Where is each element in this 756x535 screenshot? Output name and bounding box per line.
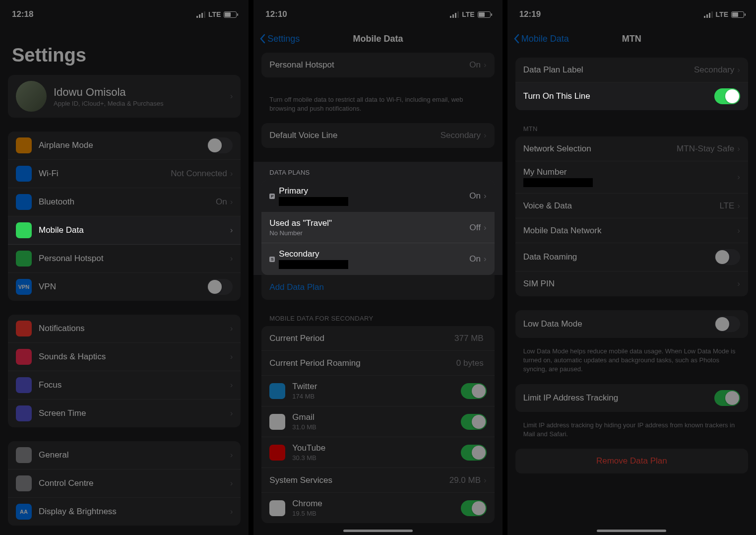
- back-button[interactable]: Mobile Data: [513, 34, 569, 44]
- home-indicator[interactable]: [343, 530, 413, 532]
- row-value: Secondary: [441, 131, 481, 140]
- control-centre-row[interactable]: Control Centre›: [8, 469, 241, 498]
- bluetooth-row[interactable]: BluetoothOn›: [8, 188, 241, 216]
- row-label: Personal Hotspot: [39, 254, 103, 263]
- data-plan-label-row[interactable]: Data Plan LabelSecondary›: [515, 58, 748, 82]
- chevron-right-icon: ›: [737, 144, 740, 154]
- status-bar: 12:10 LTE: [253, 0, 502, 25]
- network-selection-row[interactable]: Network SelectionMTN-Stay Safe›: [515, 136, 748, 161]
- airplane-mode-row[interactable]: Airplane Mode: [8, 132, 241, 160]
- limit-ip-address-tracking-row[interactable]: Limit IP Address Tracking: [515, 384, 748, 412]
- sounds-haptics-row[interactable]: Sounds & Haptics›: [8, 343, 241, 371]
- row-label: Voice & Data: [523, 201, 572, 210]
- profile-name: Idowu Omisola: [54, 86, 230, 99]
- carrier-label: LTE: [462, 10, 474, 18]
- low-data-mode-row[interactable]: Low Data Mode: [515, 310, 748, 338]
- toggle-switch[interactable]: [461, 500, 487, 516]
- primary-row[interactable]: PPrimaryOn›: [261, 180, 494, 212]
- app-label: Twitter: [292, 382, 317, 391]
- wi-fi-row[interactable]: Wi-FiNot Connected›: [8, 160, 241, 188]
- row-label: Control Centre: [39, 478, 94, 488]
- row-value: Not Connected: [171, 169, 227, 179]
- chrome-row[interactable]: Chrome19.5 MB: [261, 493, 494, 523]
- apple-id-row[interactable]: Idowu Omisola Apple ID, iCloud+, Media &…: [8, 75, 241, 118]
- chevron-right-icon: ›: [230, 324, 233, 334]
- display-icon: AA: [16, 504, 32, 520]
- row-label: Turn On This Line: [523, 91, 590, 101]
- remove-data-plan-button[interactable]: Remove Data Plan: [515, 449, 748, 473]
- screen-time-row[interactable]: Screen Time›: [8, 400, 241, 427]
- display-brightness-row[interactable]: AADisplay & Brightness›: [8, 498, 241, 526]
- app-usage: 31.0 MB: [292, 423, 460, 431]
- system-services-row[interactable]: System Services29.0 MB›: [261, 468, 494, 493]
- app-usage: 174 MB: [292, 393, 460, 400]
- current-period-row[interactable]: Current Period377 MB: [261, 326, 494, 351]
- toggle-switch[interactable]: [207, 279, 233, 295]
- status-time: 12:18: [12, 9, 33, 19]
- row-value: Off: [470, 223, 481, 233]
- toggle-switch[interactable]: [207, 137, 233, 153]
- back-button[interactable]: Settings: [259, 34, 300, 44]
- sim-pin-row[interactable]: SIM PIN›: [515, 271, 748, 296]
- row-label: Bluetooth: [39, 197, 74, 206]
- row-label: General: [39, 450, 68, 460]
- secondary-row[interactable]: SSecondaryOn›: [261, 243, 494, 275]
- twitter-icon: [269, 383, 285, 399]
- profile-sub: Apple ID, iCloud+, Media & Purchases: [54, 100, 230, 107]
- youtube-icon: [269, 445, 285, 461]
- battery-icon: [731, 11, 744, 18]
- toggle-switch[interactable]: [714, 316, 740, 332]
- row-label: Data Plan Label: [523, 65, 583, 74]
- toggle-switch[interactable]: [714, 88, 740, 104]
- voice-data-row[interactable]: Voice & DataLTE›: [515, 194, 748, 218]
- data-roaming-row[interactable]: Data Roaming: [515, 243, 748, 271]
- row-label: Screen Time: [39, 408, 86, 418]
- row-label: Used as "Travel": [269, 218, 332, 228]
- row-label: Network Selection: [523, 144, 591, 153]
- current-period-roaming-row[interactable]: Current Period Roaming0 bytes: [261, 351, 494, 376]
- toggle-switch[interactable]: [714, 249, 740, 265]
- turn-on-this-line-row[interactable]: Turn On This Line: [515, 82, 748, 110]
- youtube-row[interactable]: YouTube30.3 MB: [261, 437, 494, 468]
- personal-hotspot-row[interactable]: Personal HotspotOn›: [261, 53, 494, 77]
- row-label: Focus: [39, 380, 62, 390]
- row-label: System Services: [269, 475, 332, 485]
- airplane-icon: [16, 137, 32, 153]
- row-label: Display & Brightness: [39, 507, 117, 516]
- hotspot-icon: [16, 251, 32, 267]
- mobile-data-network-row[interactable]: Mobile Data Network›: [515, 218, 748, 243]
- chevron-right-icon: ›: [737, 226, 740, 236]
- row-sublabel: No Number: [269, 229, 469, 237]
- focus-row[interactable]: Focus›: [8, 371, 241, 400]
- personal-hotspot-row[interactable]: Personal Hotspot›: [8, 245, 241, 273]
- notifications-row[interactable]: Notifications›: [8, 315, 241, 343]
- speaker-icon: [16, 349, 32, 365]
- twitter-row[interactable]: Twitter174 MB: [261, 376, 494, 406]
- chevron-right-icon: ›: [484, 131, 487, 140]
- chevron-right-icon: ›: [230, 254, 233, 264]
- add-data-plan-button[interactable]: Add Data Plan: [261, 275, 494, 300]
- row-label: VPN: [39, 282, 56, 291]
- gmail-row[interactable]: Gmail31.0 MB: [261, 406, 494, 437]
- sim-badge-icon: P: [269, 194, 275, 199]
- moon-icon: [16, 377, 32, 393]
- toggle-switch[interactable]: [461, 445, 487, 461]
- home-indicator[interactable]: [597, 530, 666, 532]
- general-row[interactable]: General›: [8, 441, 241, 469]
- bell-icon: [16, 321, 32, 336]
- toggle-switch[interactable]: [714, 390, 740, 406]
- mobile-data-row[interactable]: Mobile Data›: [8, 216, 241, 245]
- default-voice-line-row[interactable]: Default Voice LineSecondary›: [261, 123, 494, 148]
- low-data-footer: Low Data Mode helps reduce mobile data u…: [507, 343, 756, 375]
- row-value: On: [469, 60, 481, 70]
- row-value: On: [469, 191, 481, 201]
- row-label: Data Roaming: [523, 252, 577, 262]
- sim-badge-icon: S: [269, 257, 275, 262]
- signal-icon: [704, 11, 713, 18]
- my-number-row[interactable]: My Number›: [515, 161, 748, 194]
- app-label: YouTube: [292, 443, 325, 453]
- toggle-switch[interactable]: [461, 383, 487, 399]
- used-as-travel--row[interactable]: Used as "Travel"No NumberOff›: [261, 212, 494, 243]
- vpn-row[interactable]: VPNVPN: [8, 273, 241, 301]
- toggle-switch[interactable]: [461, 414, 487, 430]
